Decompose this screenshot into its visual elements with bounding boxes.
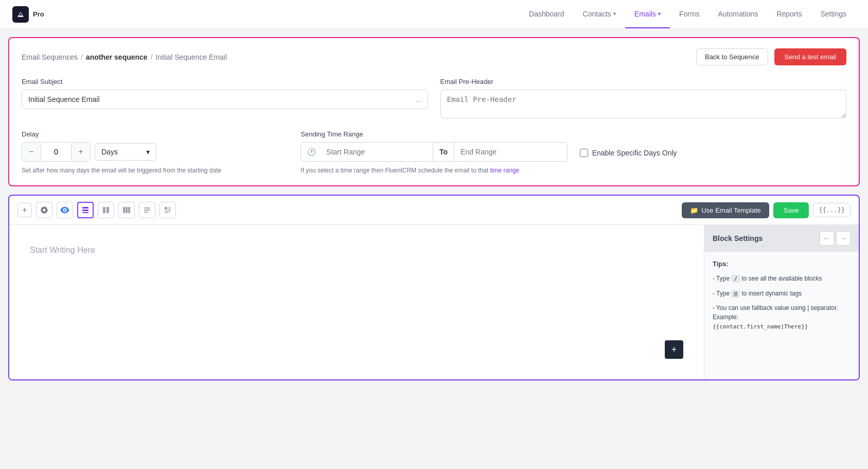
delay-sending-row: Delay − + Days ▾ Set after how many days… <box>22 130 846 175</box>
nav-dashboard[interactable]: Dashboard <box>520 1 574 28</box>
block-settings-back-button[interactable]: ← <box>820 231 834 246</box>
email-toolbar: + <box>9 196 859 225</box>
save-button[interactable]: Save <box>773 202 809 218</box>
breadcrumb-actions: Back to Sequence Send a test email <box>696 48 846 65</box>
layout-two-col-icon <box>102 206 110 214</box>
svg-rect-8 <box>144 207 150 209</box>
use-email-template-button[interactable]: 📁 Use Email Template <box>682 202 769 218</box>
sending-description: If you select a time range then FluentCR… <box>300 166 567 175</box>
svg-rect-13 <box>168 209 171 210</box>
breadcrumb-path: Email Sequences / another sequence / Ini… <box>22 53 227 61</box>
layout-three-col-icon <box>122 206 131 214</box>
delay-description: Set after how many days the email will b… <box>22 166 288 175</box>
breadcrumb-sep-2: / <box>151 53 153 61</box>
svg-rect-7 <box>128 207 130 213</box>
main-content: Email Sequences / another sequence / Ini… <box>0 29 868 389</box>
layout-text-icon <box>143 206 151 214</box>
end-range-input[interactable] <box>454 143 567 161</box>
svg-rect-11 <box>165 207 167 210</box>
email-body-panel: + <box>8 195 860 380</box>
contacts-chevron-icon: ▾ <box>613 11 616 16</box>
email-preheader-label: Email Pre-Header <box>440 78 847 85</box>
delay-controls: − + Days ▾ <box>22 142 288 162</box>
start-range-input[interactable] <box>320 143 433 161</box>
breadcrumb-another-sequence[interactable]: another sequence <box>86 53 148 61</box>
delay-decrement-button[interactable]: − <box>22 143 41 161</box>
email-subject-input[interactable] <box>22 90 428 109</box>
block-settings-title: Block Settings <box>713 234 763 242</box>
logo: Pro <box>12 6 44 23</box>
sending-desc-link[interactable]: time range <box>490 167 520 174</box>
dynamic-tags-button[interactable]: {{...}} <box>813 203 851 217</box>
svg-rect-1 <box>82 210 88 211</box>
svg-rect-12 <box>168 207 171 209</box>
nav-links: Dashboard Contacts ▾ Emails ▾ Forms Auto… <box>520 1 856 28</box>
tip-3-code: {{contact.first_name|There}} <box>713 323 808 330</box>
svg-rect-4 <box>107 207 109 213</box>
sending-desc-text: If you select a time range then FluentCR… <box>300 167 488 174</box>
nav-emails[interactable]: Emails ▾ <box>625 1 670 28</box>
breadcrumb-current: Initial Sequence Email <box>156 53 227 61</box>
nav-settings[interactable]: Settings <box>811 1 856 28</box>
block-settings-content: Tips: - Type / to see all the available … <box>704 252 859 345</box>
toolbar-layout-4-button[interactable] <box>139 202 155 218</box>
toolbar-layout-3-button[interactable] <box>118 202 135 218</box>
toolbar-gear-button[interactable] <box>36 202 52 218</box>
tip-1-code: / <box>731 275 740 283</box>
top-navigation: Pro Dashboard Contacts ▾ Emails ▾ Forms … <box>0 0 868 29</box>
enable-days-row: Enable Specific Days Only <box>580 149 846 157</box>
toolbar-layout-2-button[interactable] <box>98 202 114 218</box>
start-writing-placeholder: Start Writing Here <box>30 246 683 255</box>
delay-increment-button[interactable]: + <box>72 143 90 161</box>
delay-unit-chevron-icon: ▾ <box>146 148 150 156</box>
svg-rect-2 <box>82 212 88 213</box>
subject-input-wrapper: ... <box>22 90 428 109</box>
nav-contacts[interactable]: Contacts ▾ <box>574 1 625 28</box>
toolbar-layout-5-button[interactable] <box>160 202 176 218</box>
breadcrumb-sep-1: / <box>81 53 83 61</box>
gear-icon <box>40 205 49 215</box>
sending-time-label: Sending Time Range <box>300 130 567 138</box>
tip-1: - Type / to see all the available blocks <box>713 274 851 284</box>
delay-counter: − + <box>22 142 91 162</box>
logo-text: Pro <box>33 10 44 18</box>
block-settings-nav: ← → <box>820 231 851 246</box>
enable-specific-days-checkbox[interactable] <box>580 149 588 157</box>
tips-title: Tips: <box>713 260 851 268</box>
svg-rect-9 <box>144 210 150 211</box>
nav-reports[interactable]: Reports <box>767 1 811 28</box>
toolbar-add-button[interactable]: + <box>17 203 32 217</box>
sending-time-group: Sending Time Range 🕐 To If you select a … <box>300 130 567 175</box>
delay-unit-label: Days <box>101 148 118 156</box>
breadcrumb-email-sequences[interactable]: Email Sequences <box>22 53 78 61</box>
delay-value-input[interactable] <box>41 144 72 160</box>
delay-unit-dropdown[interactable]: Days ▾ <box>95 143 156 161</box>
layout-single-icon <box>81 206 90 214</box>
email-subject-group: Email Subject ... <box>22 78 428 120</box>
delay-group: Delay − + Days ▾ Set after how many days… <box>22 130 288 175</box>
subject-dots-button[interactable]: ... <box>416 95 422 103</box>
back-to-sequence-button[interactable]: Back to Sequence <box>696 48 768 65</box>
send-test-email-button[interactable]: Send a test email <box>774 48 846 65</box>
toolbar-layout-1-button[interactable] <box>77 202 94 218</box>
nav-forms[interactable]: Forms <box>670 1 709 28</box>
template-folder-icon: 📁 <box>690 206 698 214</box>
email-preheader-input[interactable] <box>440 90 847 118</box>
enable-specific-days-label[interactable]: Enable Specific Days Only <box>592 149 677 157</box>
add-block-button[interactable]: + <box>665 340 683 359</box>
toolbar-right: 📁 Use Email Template Save {{...}} <box>682 202 851 218</box>
email-preheader-group: Email Pre-Header <box>440 78 847 120</box>
email-body-area: Start Writing Here + Block Settings ← → … <box>9 225 859 379</box>
delay-label: Delay <box>22 130 288 138</box>
emails-chevron-icon: ▾ <box>658 11 661 16</box>
enable-days-group: Enable Specific Days Only <box>580 130 846 157</box>
tip-2: - Type @ to insert dynamic tags <box>713 289 851 299</box>
sending-time-range-wrapper: 🕐 To <box>300 142 567 162</box>
nav-automations[interactable]: Automations <box>709 1 768 28</box>
email-editor[interactable]: Start Writing Here + <box>9 225 704 379</box>
block-settings-forward-button[interactable]: → <box>836 231 851 246</box>
toolbar-preview-button[interactable] <box>57 202 73 218</box>
email-subject-label: Email Subject <box>22 78 428 85</box>
svg-rect-3 <box>103 207 105 213</box>
block-settings-panel: Block Settings ← → Tips: - Type / to see… <box>704 225 859 379</box>
